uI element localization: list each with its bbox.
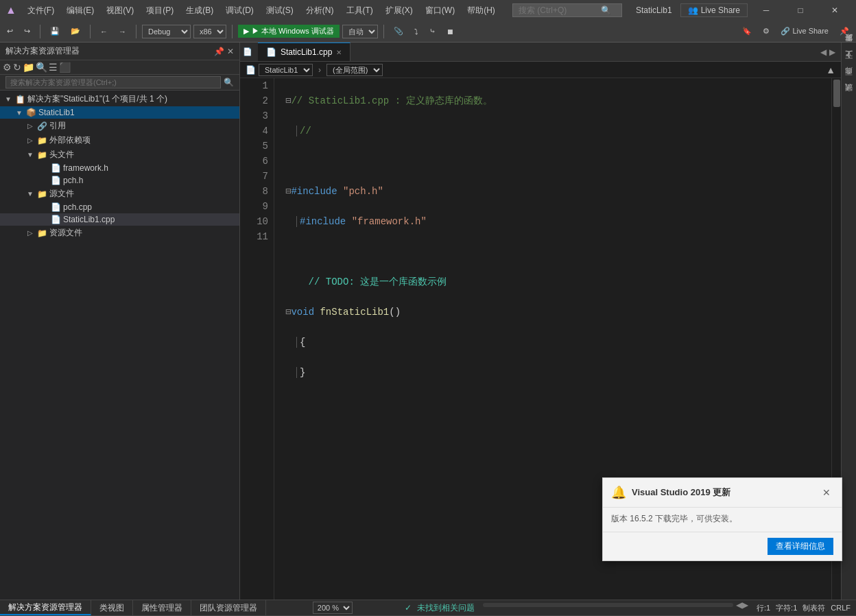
source-folder-item[interactable]: ▼ 📁 源文件 [0, 187, 239, 201]
solution-search-input[interactable] [5, 76, 221, 88]
project-item[interactable]: ▼ 📦 StaticLib1 [0, 106, 239, 119]
close-panel-icon[interactable]: ✕ [227, 47, 234, 56]
scroll-up-button[interactable]: ▲ [826, 64, 835, 75]
side-panel-test[interactable]: 测试 [842, 95, 855, 100]
menu-test[interactable]: 测试(S) [261, 2, 299, 19]
run-mode-select[interactable]: 自动 [342, 25, 378, 38]
platform-select[interactable]: x86 x64 [193, 25, 226, 38]
line-ending-indicator: CRLF [831, 604, 851, 612]
toolbar-live-share[interactable]: 🔗 Live Share [776, 25, 833, 37]
side-panel-gallery[interactable]: 画廊 [842, 78, 855, 84]
solution-expand-icon: ▼ [3, 95, 14, 103]
menu-build[interactable]: 生成(B) [180, 2, 219, 19]
framework-h-item[interactable]: 📄 framework.h [0, 162, 239, 174]
sol-tool-6[interactable]: ⬛ [59, 62, 71, 73]
solution-root-item[interactable]: ▼ 📋 解决方案"StaticLib1"(1 个项目/共 1 个) [0, 92, 239, 106]
menu-project[interactable]: 项目(P) [141, 2, 179, 19]
toolbar-redo[interactable]: ↪ [20, 25, 34, 37]
toolbar-bookmark[interactable]: 🔖 [738, 25, 756, 37]
zoom-select[interactable]: 200 % 100 % 150 % [313, 602, 353, 614]
bottom-section: 解决方案资源管理器 类视图 属性管理器 团队资源管理器 200 % 100 % … [0, 600, 856, 616]
toolbar-undo[interactable]: ↩ [3, 25, 17, 37]
pch-cpp-item[interactable]: 📄 pch.cpp [0, 201, 239, 213]
tab-scroll-left[interactable]: ◀ [820, 47, 827, 57]
code-brace-open: { [300, 337, 305, 348]
toolbar-save[interactable]: 💾 [46, 25, 64, 37]
toolbar-settings[interactable]: ⚙ [759, 25, 774, 37]
staticlib-cpp-item[interactable]: 📄 StaticLib1.cpp [0, 213, 239, 226]
tab-team-explorer[interactable]: 团队资源管理器 [191, 600, 266, 615]
toolbar-open[interactable]: 📂 [67, 25, 84, 37]
minimize-button[interactable]: ─ [750, 0, 782, 21]
solution-label: 解决方案"StaticLib1"(1 个项目/共 1 个) [27, 93, 167, 105]
breadcrumb-file-select[interactable]: StaticLib1 [259, 64, 313, 76]
line-num-10: 10 [246, 214, 268, 229]
pch-h-item[interactable]: 📄 pch.h [0, 174, 239, 187]
sol-tool-4[interactable]: 🔍 [36, 62, 47, 73]
notification-close-button[interactable]: ✕ [820, 487, 833, 498]
maximize-button[interactable]: □ [785, 0, 816, 21]
no-issues-icon: ✓ [405, 603, 412, 613]
code-string-pch: "pch.h" [343, 186, 383, 197]
menu-view[interactable]: 视图(V) [101, 2, 139, 19]
line-num-6: 6 [246, 154, 268, 169]
line-num-3: 3 [246, 108, 268, 123]
toolbar-back[interactable]: ← [96, 26, 112, 37]
menu-analyze[interactable]: 分析(N) [300, 2, 340, 19]
side-panel-context[interactable]: 上下文 [842, 62, 855, 67]
resource-folder-item[interactable]: ▷ 📁 资源文件 [0, 226, 239, 240]
toolbar-step-into[interactable]: ⤷ [425, 25, 440, 37]
headers-folder-item[interactable]: ▼ 📁 头文件 [0, 147, 239, 162]
tab-class-view[interactable]: 类视图 [91, 600, 133, 615]
hdr-icon: 📁 [36, 150, 48, 160]
toolbar-stop[interactable]: ⏹ [442, 26, 458, 37]
menu-debug[interactable]: 调试(D) [220, 2, 259, 19]
scroll-right-arrow[interactable]: ▶ [742, 600, 748, 610]
code-line-9: { [285, 335, 820, 350]
side-panel-solution[interactable]: 解决方案 [842, 45, 855, 51]
pchc-label: pch.cpp [63, 202, 92, 212]
toolbar-pin[interactable]: 📌 [835, 25, 853, 37]
search-input[interactable] [519, 5, 601, 15]
toolbar-sep-3 [136, 25, 136, 38]
run-label: ▶ 本地 Windows 调试器 [252, 26, 334, 36]
scrollbar-thumb[interactable] [833, 80, 840, 107]
menu-tools[interactable]: 工具(T) [341, 2, 379, 19]
sol-tool-2[interactable]: ↻ [13, 62, 21, 73]
run-button[interactable]: ▶ ▶ 本地 Windows 调试器 [238, 25, 340, 38]
menu-help[interactable]: 帮助(H) [462, 2, 501, 19]
menu-edit[interactable]: 编辑(E) [61, 2, 99, 19]
editor-tab-staticlib[interactable]: 📄 StaticLib1.cpp ✕ [258, 43, 350, 61]
tab-close-button[interactable]: ✕ [336, 49, 342, 56]
notification-details-button[interactable]: 查看详细信息 [768, 538, 833, 555]
tab-solution-explorer[interactable]: 解决方案资源管理器 [0, 600, 91, 615]
line-num-4: 4 [246, 123, 268, 139]
solution-search[interactable]: 🔍 [0, 75, 239, 91]
sol-tool-5[interactable]: ☰ [49, 62, 58, 73]
fwh-expand [38, 165, 49, 172]
toolbar-forward[interactable]: → [115, 26, 130, 37]
config-select[interactable]: Debug Release [142, 25, 191, 38]
sol-tool-3[interactable]: 📁 [23, 62, 34, 73]
menu-extensions[interactable]: 扩展(X) [380, 2, 418, 19]
search-box[interactable]: 🔍 [512, 3, 622, 17]
menu-file[interactable]: 文件(F) [22, 2, 60, 19]
scroll-left-arrow[interactable]: ◀ [736, 600, 742, 610]
code-line-4: ⊟#include "pch.h" [285, 184, 820, 199]
pin-icon[interactable]: 📌 [214, 47, 224, 56]
toolbar-step-over[interactable]: ⤵ [410, 26, 423, 37]
tab-scroll-right[interactable]: ▶ [829, 47, 835, 57]
close-button[interactable]: ✕ [819, 0, 851, 21]
sol-tool-1[interactable]: ⚙ [3, 62, 12, 73]
breadcrumb-scope-select[interactable]: (全局范围) [326, 64, 383, 76]
toolbar-attach[interactable]: 📎 [390, 25, 407, 37]
live-share-button[interactable]: 👥 Live Share [680, 3, 748, 17]
tab-property-manager[interactable]: 属性管理器 [133, 600, 191, 615]
references-item[interactable]: ▷ 🔗 引用 [0, 119, 239, 133]
menu-window[interactable]: 窗口(W) [420, 2, 460, 19]
solution-explorer-header: 解决方案资源管理器 📌 ✕ [0, 43, 239, 60]
solution-icon: 📋 [14, 95, 26, 104]
external-deps-item[interactable]: ▷ 📁 外部依赖项 [0, 133, 239, 147]
vs-logo: ▲ [5, 4, 16, 16]
code-keyword-include-1: #include [291, 186, 343, 197]
